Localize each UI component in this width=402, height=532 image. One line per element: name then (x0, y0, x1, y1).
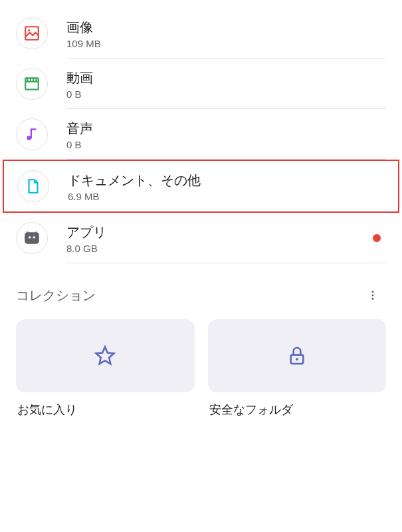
svg-point-11 (296, 358, 298, 360)
svg-point-1 (28, 29, 30, 31)
category-size: 109 MB (66, 38, 386, 49)
category-title: 動画 (66, 68, 386, 87)
category-item-audio[interactable]: 音声 0 B (0, 109, 402, 160)
svg-point-5 (29, 236, 31, 238)
star-icon (16, 319, 195, 392)
image-icon (16, 17, 48, 49)
app-icon (16, 222, 48, 254)
divider (66, 263, 386, 263)
category-text: アプリ 8.0 GB (66, 223, 373, 254)
category-title: 音声 (66, 119, 386, 138)
video-icon (16, 68, 48, 100)
svg-point-7 (372, 291, 374, 293)
section-title: コレクション (16, 287, 96, 305)
collection-label: お気に入り (16, 402, 195, 418)
svg-point-9 (372, 298, 374, 300)
indicator-dot (373, 234, 381, 242)
collection-grid: お気に入り 安全なフォルダ (0, 319, 402, 418)
audio-icon (16, 118, 48, 150)
category-item-images[interactable]: 画像 109 MB (0, 8, 402, 59)
category-size: 0 B (66, 88, 386, 100)
lock-icon (208, 319, 387, 392)
category-text: 音声 0 B (66, 119, 386, 150)
category-text: 画像 109 MB (66, 18, 386, 49)
more-vert-icon (367, 289, 379, 301)
collection-card-favorites[interactable]: お気に入り (16, 319, 195, 418)
category-size: 8.0 GB (66, 243, 373, 254)
collection-card-safe-folder[interactable]: 安全なフォルダ (208, 319, 387, 418)
category-text: ドキュメント、その他 6.9 MB (68, 171, 385, 202)
category-size: 6.9 MB (68, 191, 385, 202)
category-title: ドキュメント、その他 (68, 171, 385, 190)
svg-point-6 (33, 236, 35, 238)
category-item-videos[interactable]: 動画 0 B (0, 59, 402, 109)
category-text: 動画 0 B (66, 68, 386, 100)
collection-label: 安全なフォルダ (208, 402, 387, 418)
svg-rect-4 (25, 233, 39, 243)
svg-point-8 (372, 295, 374, 297)
section-header: コレクション (0, 263, 402, 319)
category-title: アプリ (66, 223, 373, 241)
category-item-documents[interactable]: ドキュメント、その他 6.9 MB (3, 160, 399, 213)
category-size: 0 B (66, 139, 386, 150)
category-list: 画像 109 MB 動画 0 B (0, 0, 402, 263)
category-item-apps[interactable]: アプリ 8.0 GB (0, 213, 402, 263)
more-menu-button[interactable] (359, 282, 386, 309)
document-icon (17, 170, 49, 202)
category-title: 画像 (66, 18, 386, 37)
